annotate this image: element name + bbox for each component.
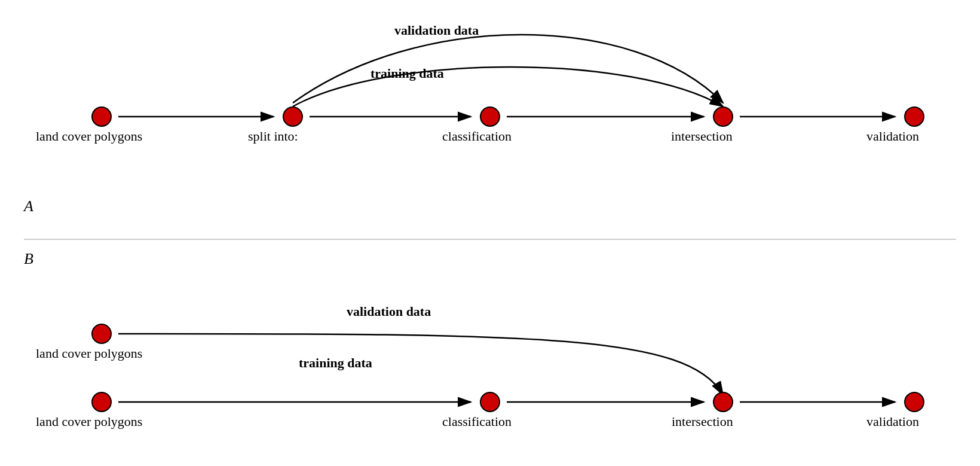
label-training-data-a: training data bbox=[370, 66, 444, 81]
svg-point-15 bbox=[92, 392, 111, 412]
section-b-label: B bbox=[24, 250, 33, 268]
label-lcp1: land cover polygons bbox=[36, 129, 142, 144]
diagram-container: A B land cover polygons split into: clas… bbox=[0, 0, 980, 466]
svg-point-17 bbox=[713, 392, 733, 412]
label-training-data-b: training data bbox=[299, 355, 372, 371]
label-validation-data-b: validation data bbox=[347, 304, 431, 319]
svg-point-5 bbox=[92, 107, 111, 126]
svg-point-18 bbox=[905, 392, 924, 412]
svg-point-14 bbox=[92, 324, 111, 343]
svg-point-16 bbox=[480, 392, 500, 412]
diagram-svg bbox=[0, 0, 980, 466]
svg-point-9 bbox=[905, 107, 924, 126]
label-inter2: intersection bbox=[672, 414, 733, 430]
label-lcp2-bot: land cover polygons bbox=[36, 414, 142, 430]
svg-point-6 bbox=[283, 107, 302, 126]
label-lcp2-top: land cover polygons bbox=[36, 346, 142, 361]
svg-point-7 bbox=[480, 107, 500, 126]
label-split: split into: bbox=[248, 129, 298, 144]
label-inter1: intersection bbox=[671, 129, 733, 144]
label-class2: classification bbox=[442, 414, 512, 430]
label-valid2: validation bbox=[866, 414, 919, 430]
label-valid1: validation bbox=[866, 129, 919, 144]
label-class1: classification bbox=[442, 129, 512, 144]
label-validation-data-a: validation data bbox=[394, 23, 479, 38]
svg-point-8 bbox=[713, 107, 733, 126]
section-a-label: A bbox=[24, 197, 33, 215]
